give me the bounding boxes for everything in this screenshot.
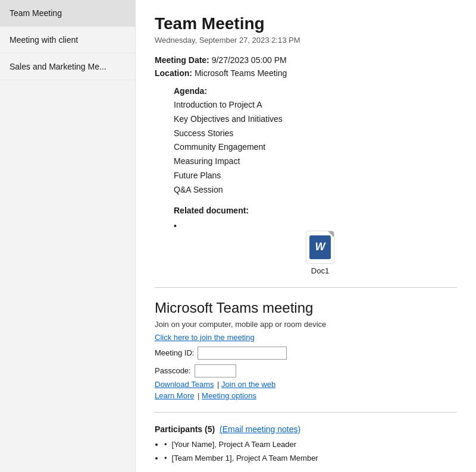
learn-more-link[interactable]: Learn More — [155, 391, 194, 400]
meeting-options-link[interactable]: Meeting options — [202, 391, 256, 400]
sidebar-item-sales-marketing[interactable]: Sales and Marketing Me... — [0, 54, 135, 80]
agenda-item: Future Plans — [174, 169, 457, 183]
related-doc-section: Related document: W Doc1 — [174, 206, 457, 275]
agenda-item: Measuring Impact — [174, 155, 457, 169]
section-divider — [155, 287, 457, 288]
meeting-id-row: Meeting ID: — [155, 347, 457, 360]
meeting-id-input[interactable] — [198, 347, 287, 360]
agenda-item: Introduction to Project A — [174, 98, 457, 112]
email-notes-link[interactable]: (Email meeting notes) — [220, 424, 300, 434]
meeting-date-value: 9/27/2023 05:00 PM — [212, 55, 287, 65]
agenda-item: Q&A Session — [174, 183, 457, 197]
sidebar-item-label: Sales and Marketing Me... — [10, 62, 107, 71]
participant-item: [Your Name], Project A Team Leader — [164, 438, 457, 451]
doc-name: Doc1 — [311, 266, 329, 275]
agenda-section: Agenda: Introduction to Project A Key Ob… — [174, 86, 457, 197]
doc-list: W Doc1 — [174, 221, 457, 275]
section-divider-2 — [155, 412, 457, 413]
agenda-title: Agenda: — [174, 86, 457, 96]
sidebar-item-meeting-client[interactable]: Meeting with client — [0, 27, 135, 54]
location-label: Location: — [155, 68, 192, 78]
word-icon: W — [309, 235, 331, 259]
doc-icon: W — [306, 231, 334, 264]
location-row: Location: Microsoft Teams Meeting — [155, 68, 457, 78]
doc-list-item: W Doc1 — [174, 221, 457, 275]
agenda-item: Community Engagement — [174, 140, 457, 155]
passcode-label: Passcode: — [155, 366, 191, 375]
teams-links-row-1: Download Teams | Join on the web — [155, 380, 457, 389]
meeting-date-row: Meeting Date: 9/27/2023 05:00 PM — [155, 55, 457, 65]
related-doc-title: Related document: — [174, 206, 457, 215]
main-content: Team Meeting Wednesday, September 27, 20… — [136, 0, 476, 472]
join-web-link[interactable]: Join on the web — [221, 380, 275, 389]
doc-item: W Doc1 — [183, 231, 457, 275]
sidebar-item-team-meeting[interactable]: Team Meeting — [0, 0, 135, 27]
page-title: Team Meeting — [155, 14, 457, 33]
meeting-date-label: Meeting Date: — [155, 55, 209, 65]
teams-join-text: Join on your computer, mobile app or roo… — [155, 320, 457, 329]
participants-list: [Your Name], Project A Team Leader [Team… — [155, 438, 457, 465]
meeting-id-label: Meeting ID: — [155, 348, 194, 357]
participants-title: Participants (5) — [155, 424, 215, 434]
sidebar: Team Meeting Meeting with client Sales a… — [0, 0, 136, 472]
sidebar-item-label: Meeting with client — [10, 35, 78, 45]
agenda-item: Key Objectives and Initiatives — [174, 112, 457, 127]
passcode-input[interactable] — [195, 364, 236, 377]
sidebar-item-label: Team Meeting — [10, 8, 62, 18]
agenda-item: Success Stories — [174, 127, 457, 141]
participants-section: Participants (5) (Email meeting notes) [… — [155, 424, 457, 465]
join-meeting-link[interactable]: Click here to join the meeting — [155, 333, 255, 342]
teams-links-row-2: Learn More | Meeting options — [155, 391, 457, 400]
teams-section-title: Microsoft Teams meeting — [155, 300, 457, 316]
participant-item: [Team Member 1], Project A Team Member — [164, 451, 457, 465]
location-value: Microsoft Teams Meeting — [195, 68, 287, 78]
download-teams-link[interactable]: Download Teams — [155, 380, 214, 389]
meeting-subtitle: Wednesday, September 27, 2023 2:13 PM — [155, 36, 457, 45]
passcode-row: Passcode: — [155, 364, 457, 377]
